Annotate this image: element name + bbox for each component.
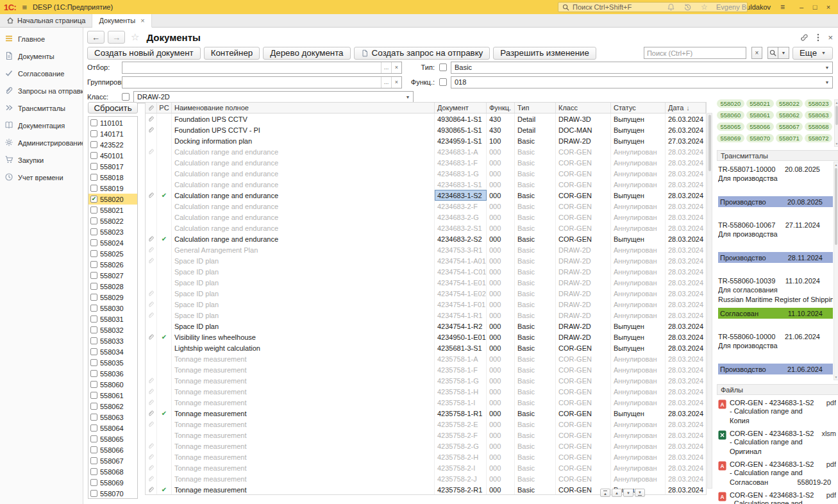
project-checkbox[interactable] <box>90 435 97 442</box>
project-list-item[interactable]: 558034 <box>88 346 137 357</box>
filter-klass-combo[interactable]: DRAW-2D ▼ <box>133 91 414 103</box>
transmittal-item[interactable]: TR-558060-1003911.10.2024Для согласовани… <box>718 276 833 319</box>
transmittal-item[interactable]: TR-558060-1006727.11.2024Для производств… <box>718 220 833 263</box>
project-list-item[interactable]: 558036 <box>88 368 137 379</box>
table-row[interactable]: Tonnage measurement4235758-2-G000BasicCO… <box>146 441 706 451</box>
table-row[interactable]: Tonnage measurement4235758-1-H000BasicCO… <box>146 386 706 397</box>
gruppirovka-clear-button[interactable]: × <box>391 77 401 88</box>
reset-button[interactable]: Сбросить <box>88 102 138 113</box>
search-options-caret[interactable]: ▼ <box>778 47 789 59</box>
table-row[interactable]: Lightship weight calculation4235681-3-S1… <box>146 342 706 353</box>
project-list-item[interactable]: ✔558020 <box>88 194 137 205</box>
sidebar-item[interactable]: Документация <box>0 117 83 134</box>
project-list-item[interactable]: 558019 <box>88 183 137 194</box>
chevron-down-icon[interactable]: ▼ <box>822 65 832 70</box>
scrollbar-thumb[interactable] <box>835 168 837 245</box>
project-badge[interactable]: 558063 <box>805 111 832 119</box>
transmittals-scrollbar[interactable]: ▲ ▼ <box>834 162 838 380</box>
tab-home[interactable]: Начальная страница <box>0 14 92 27</box>
project-list-item[interactable]: 558060 <box>88 379 137 390</box>
tab-close-icon[interactable]: × <box>140 17 144 24</box>
project-list-item[interactable]: 558024 <box>88 237 137 248</box>
project-list-item[interactable]: 423522 <box>88 139 137 150</box>
column-name[interactable]: Наименование полное <box>172 103 435 113</box>
allow-edit-button[interactable]: Разрешить изменение <box>493 47 596 60</box>
project-checkbox[interactable] <box>90 479 97 486</box>
project-checkbox[interactable] <box>90 337 97 344</box>
table-row[interactable]: Space ID plan4234754-1-E01000BasicDRAW-2… <box>146 277 706 288</box>
project-checkbox[interactable] <box>90 490 97 497</box>
project-checkbox[interactable] <box>90 174 97 181</box>
project-checkbox[interactable]: ✔ <box>90 196 97 203</box>
sidebar-item[interactable]: Учет времени <box>0 169 83 186</box>
project-badge[interactable]: 558067 <box>776 122 803 131</box>
go-down-button[interactable]: ▼ <box>623 489 633 497</box>
main-menu-icon[interactable]: ≡ <box>21 3 28 12</box>
filter-func-checkbox[interactable] <box>439 78 447 86</box>
project-list-item[interactable]: 558030 <box>88 303 137 314</box>
project-badge[interactable]: 558072 <box>805 134 832 142</box>
gruppirovka-choose-button[interactable]: ... <box>381 77 391 88</box>
column-pc[interactable]: PC <box>157 103 172 113</box>
table-row[interactable]: Tonnage measurement4235758-2-I000BasicCO… <box>146 462 706 473</box>
project-checkbox[interactable] <box>90 359 97 366</box>
more-button[interactable]: Еще ▼ <box>792 47 833 60</box>
sidebar-item[interactable]: Главное <box>0 30 83 47</box>
project-badge[interactable]: 558023 <box>805 99 832 108</box>
table-row[interactable]: Space ID plan4234754-1-R1000BasicDRAW-2D… <box>146 310 706 321</box>
filter-tip-checkbox[interactable] <box>439 63 447 71</box>
scrollbar-thumb[interactable] <box>835 106 838 125</box>
project-list-item[interactable]: 110101 <box>88 117 137 128</box>
column-date[interactable]: Дата↓ <box>666 103 706 113</box>
project-checkbox[interactable] <box>90 294 97 301</box>
go-up-button[interactable]: ▲ <box>612 489 622 497</box>
project-checkbox[interactable] <box>90 239 97 246</box>
project-list-item[interactable]: 558061 <box>88 390 137 401</box>
file-item[interactable]: ACOR-GEN - 4234683-1-S2 - Calculation ra… <box>718 491 836 504</box>
project-list-item[interactable]: 558025 <box>88 248 137 259</box>
project-checkbox[interactable] <box>90 130 97 137</box>
transmittal-item[interactable]: TR-558071-1000020.08.2025Для производств… <box>718 164 833 207</box>
sidebar-item[interactable]: Согласование <box>0 65 83 82</box>
project-checkbox[interactable] <box>90 185 97 192</box>
filter-gruppirovka-input[interactable] <box>122 77 381 88</box>
favorite-star-icon[interactable]: ☆ <box>131 31 139 43</box>
table-row[interactable]: ✔Tonnage measurement4235758-1-R1000Basic… <box>146 408 706 419</box>
go-last-button[interactable]: ▼ <box>635 489 645 497</box>
column-func[interactable]: Функц. <box>487 103 515 113</box>
project-list-item[interactable]: 558026 <box>88 259 137 270</box>
sidebar-item[interactable]: Трансмитталы <box>0 99 83 117</box>
table-row[interactable]: ✔Calculation range and endurance4234683-… <box>146 233 706 244</box>
table-row[interactable]: ✔Visibility lines wheelhouse4234950-1-E0… <box>146 332 706 342</box>
scrollbar-thumb[interactable] <box>708 115 711 171</box>
table-row[interactable]: Calculation range and endurance4234683-1… <box>146 168 706 179</box>
document-tree-button[interactable]: Дерево документа <box>263 47 350 60</box>
sidebar-item[interactable]: Документы <box>0 47 83 65</box>
project-list-item[interactable]: 558023 <box>88 226 137 237</box>
project-checkbox[interactable] <box>90 217 97 224</box>
table-row[interactable]: Tonnage measurement4235758-2-F000BasicCO… <box>146 430 706 441</box>
project-badge[interactable]: 558070 <box>746 134 774 142</box>
project-checkbox[interactable] <box>90 370 97 377</box>
table-row[interactable]: Space ID plan4234754-1-A01000BasicDRAW-2… <box>146 255 706 266</box>
project-list-item[interactable]: 558066 <box>88 444 137 455</box>
project-badge[interactable]: 558021 <box>746 99 774 108</box>
project-badge[interactable]: 558068 <box>805 122 832 131</box>
table-row[interactable]: Space ID plan4234754-1-R2000BasicDRAW-2D… <box>146 321 706 332</box>
table-row[interactable]: General Arrangement Plan4234753-3-R1000B… <box>146 244 706 255</box>
table-row[interactable]: Foundation UPS CCTV4930864-1-S1430Detail… <box>146 113 706 124</box>
project-checkbox[interactable] <box>90 348 97 355</box>
otbor-clear-button[interactable]: × <box>391 62 401 73</box>
table-scrollbar[interactable] <box>707 113 712 489</box>
file-item[interactable]: ACOR-GEN - 4234683-1-S2 - Calculation ra… <box>718 399 836 424</box>
transmittal-item[interactable]: TR-558060-1000021.06.2024Для производств… <box>718 332 833 374</box>
forward-button[interactable]: → <box>108 31 125 44</box>
project-list-item[interactable]: 450101 <box>88 150 137 161</box>
table-row[interactable]: Calculation range and endurance4234683-2… <box>146 212 706 223</box>
clear-search-button[interactable]: × <box>751 47 762 59</box>
project-list-item[interactable]: 558017 <box>88 161 137 172</box>
chevron-down-icon[interactable]: ▼ <box>403 95 413 99</box>
project-checkbox[interactable] <box>90 119 97 126</box>
project-list-item[interactable]: 558033 <box>88 335 137 346</box>
project-badge[interactable]: 558061 <box>746 111 774 119</box>
